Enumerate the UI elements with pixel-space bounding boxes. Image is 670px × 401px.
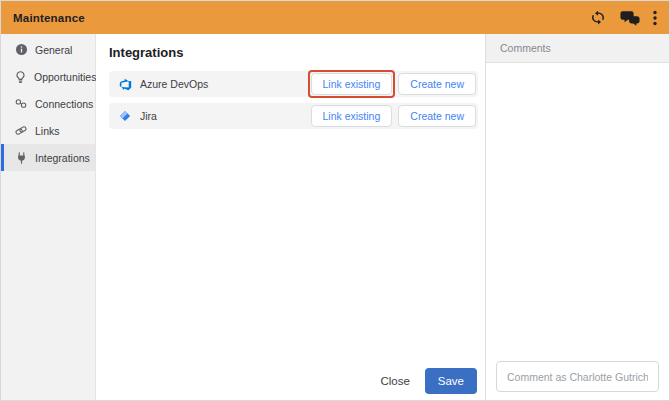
sync-icon[interactable] (589, 10, 607, 25)
sidebar-item-label: Connections (35, 98, 93, 110)
integration-name: Jira (140, 110, 157, 122)
main-panel: Integrations Azure DevOps Link existing … (96, 34, 485, 400)
sidebar-item-label: General (35, 44, 72, 56)
sidebar: General Opportunities Connections Links (1, 34, 96, 400)
close-button[interactable]: Close (380, 375, 409, 387)
comments-list (486, 63, 669, 400)
comments-panel: Comments (485, 34, 669, 400)
integration-row-jira: Jira Link existing Create new (109, 103, 478, 129)
link-existing-button[interactable]: Link existing (311, 105, 393, 127)
highlight-box: Link existing (308, 70, 396, 98)
page-title: Integrations (109, 45, 478, 60)
sidebar-item-integrations[interactable]: Integrations (1, 144, 95, 171)
dialog-footer: Close Save (380, 368, 477, 394)
create-new-button[interactable]: Create new (398, 105, 476, 127)
sidebar-item-label: Opportunities (34, 71, 96, 83)
comment-input[interactable] (496, 361, 659, 392)
header: Maintenance (1, 1, 669, 34)
comments-header: Comments (486, 34, 669, 63)
connections-icon (14, 96, 28, 111)
plug-icon (14, 150, 28, 165)
integration-row-azure-devops: Azure DevOps Link existing Create new (109, 71, 478, 97)
sidebar-item-label: Integrations (35, 152, 90, 164)
link-icon (14, 123, 28, 138)
sidebar-item-label: Links (35, 125, 60, 137)
comments-icon[interactable] (620, 9, 640, 26)
maintenance-dialog: Maintenance General (0, 0, 670, 401)
lightbulb-icon (14, 69, 27, 84)
link-existing-button[interactable]: Link existing (311, 73, 393, 95)
info-icon (14, 42, 28, 57)
window-title: Maintenance (13, 12, 85, 24)
azure-devops-icon (118, 77, 132, 91)
integration-name: Azure DevOps (140, 78, 208, 90)
sidebar-item-general[interactable]: General (1, 36, 95, 63)
sidebar-item-opportunities[interactable]: Opportunities (1, 63, 95, 90)
sidebar-item-links[interactable]: Links (1, 117, 95, 144)
sidebar-item-connections[interactable]: Connections (1, 90, 95, 117)
save-button[interactable]: Save (425, 368, 477, 394)
create-new-button[interactable]: Create new (398, 73, 476, 95)
kebab-menu-icon[interactable] (653, 10, 657, 26)
jira-icon (118, 109, 132, 123)
